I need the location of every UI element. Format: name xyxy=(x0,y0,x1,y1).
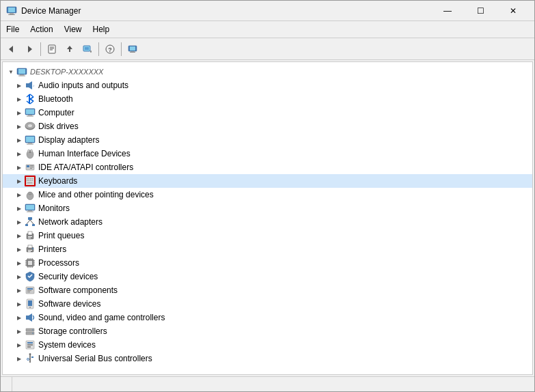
system-dev-icon xyxy=(25,339,36,350)
software-comp-expand-icon[interactable]: ▶ xyxy=(14,285,25,296)
menu-help[interactable]: Help xyxy=(87,23,115,36)
forward-button[interactable] xyxy=(21,41,38,57)
tree-item-ide[interactable]: ▶ IDE ATA/ATAPI controllers xyxy=(3,160,532,174)
tree-item-bluetooth[interactable]: ▶ Bluetooth xyxy=(3,92,532,106)
svg-rect-43 xyxy=(26,137,34,142)
svg-rect-107 xyxy=(26,316,29,320)
svg-rect-3 xyxy=(8,14,15,15)
sound-icon xyxy=(25,312,36,323)
display-expand-icon[interactable]: ▶ xyxy=(14,135,25,145)
svg-rect-63 xyxy=(32,180,33,181)
monitors-icon xyxy=(25,203,36,214)
network-label: Network adapters xyxy=(38,217,102,227)
svg-marker-4 xyxy=(9,46,13,53)
svg-rect-70 xyxy=(28,210,32,212)
svg-rect-45 xyxy=(27,144,33,145)
tree-item-audio[interactable]: ▶ ♪ Audio inputs and outputs xyxy=(3,79,532,92)
maximize-button[interactable]: ☐ xyxy=(465,1,496,20)
computer-expand-icon[interactable]: ▶ xyxy=(14,107,25,118)
svg-rect-103 xyxy=(27,292,30,292)
properties-button[interactable] xyxy=(44,41,60,57)
tree-item-usb[interactable]: ▶ Universal Serial Bus controllers xyxy=(3,352,532,365)
disk-expand-icon[interactable]: ▶ xyxy=(14,121,25,132)
software-dev-expand-icon[interactable]: ▶ xyxy=(14,298,25,309)
svg-marker-118 xyxy=(29,353,31,354)
tree-item-monitors[interactable]: ▶ Monitors xyxy=(3,201,532,215)
update-driver-button[interactable] xyxy=(61,41,78,57)
tree-item-hid[interactable]: ▶ Human Interface Devices xyxy=(3,147,532,160)
network-expand-icon[interactable]: ▶ xyxy=(14,216,25,227)
svg-rect-54 xyxy=(30,168,32,169)
mice-expand-icon[interactable]: ▶ xyxy=(14,189,25,200)
ide-expand-icon[interactable]: ▶ xyxy=(14,162,25,173)
tree-item-system-dev[interactable]: ▶ System devices xyxy=(3,338,532,352)
tree-item-disk[interactable]: ▶ Disk drives xyxy=(3,120,532,133)
svg-text:♪: ♪ xyxy=(33,83,35,87)
menu-file[interactable]: File xyxy=(1,23,25,36)
svg-rect-14 xyxy=(90,51,92,53)
sound-label: Sound, video and game controllers xyxy=(38,313,165,322)
svg-rect-22 xyxy=(18,69,25,74)
computer-label: Computer xyxy=(38,108,74,117)
menu-view[interactable]: View xyxy=(59,23,87,36)
usb-icon xyxy=(25,353,36,364)
tree-item-processors[interactable]: ▶ xyxy=(3,256,532,270)
usb-expand-icon[interactable]: ▶ xyxy=(14,353,25,364)
tree-item-storage[interactable]: ▶ Storage controllers xyxy=(3,324,532,338)
svg-point-112 xyxy=(32,333,33,334)
processors-label: Processors xyxy=(38,258,79,268)
ide-label: IDE ATA/ATAPI controllers xyxy=(38,163,133,172)
system-dev-expand-icon[interactable]: ▶ xyxy=(14,339,25,350)
menu-action[interactable]: Action xyxy=(25,23,58,36)
tree-item-print-queues[interactable]: ▶ Print queues xyxy=(3,229,532,242)
svg-rect-105 xyxy=(28,300,32,306)
print-queues-expand-icon[interactable]: ▶ xyxy=(14,230,25,241)
svg-rect-38 xyxy=(27,116,33,117)
security-expand-icon[interactable]: ▶ xyxy=(14,271,25,282)
window-icon xyxy=(6,5,17,16)
tree-item-software-comp[interactable]: ▶ Software components xyxy=(3,283,532,297)
tree-content[interactable]: ▼ DESKTOP-XXXXXXX ▶ xyxy=(2,61,533,375)
title-bar-controls: — ☐ ✕ xyxy=(432,1,529,20)
storage-expand-icon[interactable]: ▶ xyxy=(14,326,25,337)
print-queues-label: Print queues xyxy=(38,231,84,240)
svg-marker-10 xyxy=(67,46,72,49)
svg-point-49 xyxy=(31,150,33,152)
svg-rect-6 xyxy=(49,45,55,53)
hid-expand-icon[interactable]: ▶ xyxy=(14,148,25,159)
close-button[interactable]: ✕ xyxy=(497,1,529,20)
processors-expand-icon[interactable]: ▶ xyxy=(14,257,25,268)
keyboards-expand-icon[interactable]: ▶ xyxy=(14,176,25,186)
svg-rect-62 xyxy=(30,180,31,181)
tree-item-sound[interactable]: ▶ Sound, video and game controllers xyxy=(3,311,532,324)
device-manager-view-button[interactable] xyxy=(124,41,141,57)
svg-rect-64 xyxy=(27,182,33,184)
svg-rect-116 xyxy=(27,346,31,348)
monitors-expand-icon[interactable]: ▶ xyxy=(14,203,25,214)
tree-item-security[interactable]: ▶ Security devices xyxy=(3,270,532,283)
scan-button[interactable] xyxy=(79,41,96,57)
svg-line-32 xyxy=(30,101,33,104)
root-expand-icon[interactable]: ▼ xyxy=(5,66,16,77)
minimize-button[interactable]: — xyxy=(432,1,463,20)
software-dev-icon xyxy=(25,298,36,309)
svg-point-120 xyxy=(27,359,29,361)
tree-item-network[interactable]: ▶ Network adapters xyxy=(3,215,532,229)
storage-icon xyxy=(25,326,36,337)
tree-item-keyboards[interactable]: ▶ Keyboards xyxy=(3,174,532,188)
tree-root[interactable]: ▼ DESKTOP-XXXXXXX xyxy=(3,65,532,79)
svg-rect-25 xyxy=(26,83,29,87)
tree-item-computer[interactable]: ▶ Computer xyxy=(3,106,532,120)
help-button[interactable]: ? xyxy=(102,41,118,57)
back-button[interactable] xyxy=(3,41,20,57)
printers-expand-icon[interactable]: ▶ xyxy=(14,244,25,255)
software-comp-icon xyxy=(25,285,36,296)
tree-item-display[interactable]: ▶ Display adapters xyxy=(3,133,532,147)
tree-item-printers[interactable]: ▶ Printers xyxy=(3,242,532,256)
tree-item-mice[interactable]: ▶ Mice and other pointing devices xyxy=(3,188,532,201)
sound-expand-icon[interactable]: ▶ xyxy=(14,312,25,323)
tree-item-software-dev[interactable]: ▶ Software devices xyxy=(3,297,532,311)
audio-expand-icon[interactable]: ▶ xyxy=(14,80,25,91)
bluetooth-expand-icon[interactable]: ▶ xyxy=(14,94,25,104)
svg-rect-78 xyxy=(28,232,32,235)
